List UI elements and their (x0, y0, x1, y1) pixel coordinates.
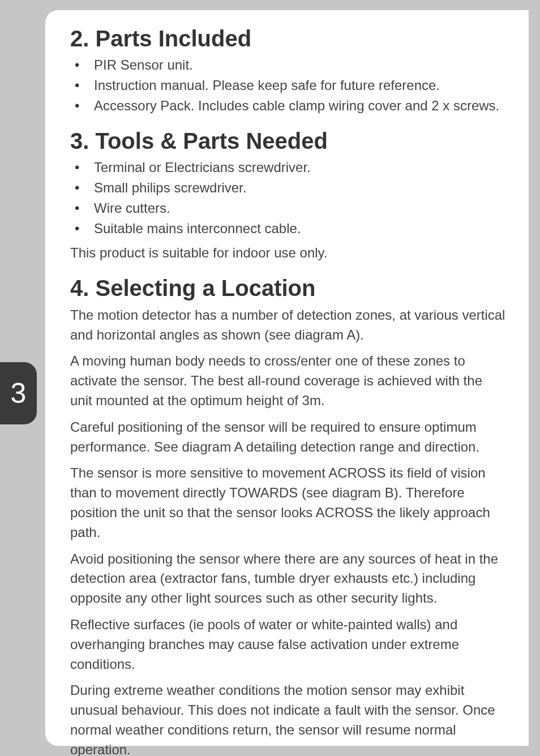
page-number: 3 (11, 377, 27, 410)
list-parts-included: PIR Sensor unit. Instruction manual. Ple… (70, 55, 507, 116)
body-paragraph: Careful positioning of the sensor will b… (70, 418, 507, 457)
list-item: PIR Sensor unit. (70, 55, 507, 75)
tools-note: This product is suitable for indoor use … (70, 243, 507, 263)
list-tools-needed: Terminal or Electricians screwdriver. Sm… (70, 157, 507, 239)
body-paragraph: A moving human body needs to cross/enter… (70, 351, 507, 410)
content-card: 2. Parts Included PIR Sensor unit. Instr… (45, 10, 529, 746)
body-paragraph: The motion detector has a number of dete… (70, 306, 507, 345)
list-item: Wire cutters. (70, 198, 507, 218)
page-number-tab: 3 (0, 362, 37, 424)
heading-parts-included: 2. Parts Included (70, 26, 507, 51)
list-item: Suitable mains interconnect cable. (70, 218, 507, 239)
body-paragraph: The sensor is more sensitive to movement… (70, 463, 507, 542)
list-item: Accessory Pack. Includes cable clamp wir… (70, 96, 507, 116)
body-paragraph: During extreme weather conditions the mo… (70, 681, 507, 756)
heading-tools-needed: 3. Tools & Parts Needed (70, 128, 507, 154)
body-paragraph: Reflective surfaces (ie pools of water o… (70, 615, 507, 674)
list-item: Terminal or Electricians screwdriver. (70, 157, 507, 178)
heading-selecting-location: 4. Selecting a Location (70, 276, 507, 301)
body-paragraph: Avoid positioning the sensor where there… (70, 549, 507, 608)
list-item: Small philips screwdriver. (70, 178, 507, 198)
list-item: Instruction manual. Please keep safe for… (70, 75, 507, 96)
